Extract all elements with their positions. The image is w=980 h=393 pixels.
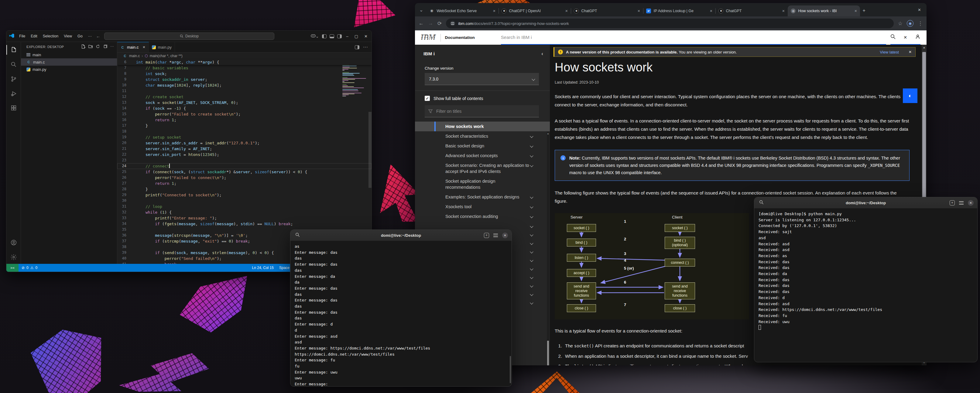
editor-scrollbar[interactable] xyxy=(369,112,372,188)
close-tab-icon[interactable]: ✕ xyxy=(493,9,495,13)
profile-avatar[interactable]: ◉ xyxy=(907,20,913,27)
close-icon[interactable]: ✕ xyxy=(502,233,508,238)
settings-gear-icon[interactable] xyxy=(6,251,21,264)
toc-filter-input[interactable]: Filter on titles xyxy=(425,105,539,117)
extensions-icon[interactable] xyxy=(6,102,21,115)
browser-close-button[interactable]: ✕ xyxy=(918,8,921,12)
menu-item-[interactable]: ··· xyxy=(86,33,94,39)
code-line[interactable]: 33 printf("Enter message: "); xyxy=(117,215,372,221)
search-icon[interactable] xyxy=(890,34,896,40)
remote-indicator[interactable]: >< xyxy=(6,264,19,272)
banner-close-icon[interactable]: ✕ xyxy=(908,50,912,54)
more-actions-icon[interactable]: ··· xyxy=(110,45,114,49)
ibm-logo[interactable]: IBM xyxy=(420,33,436,42)
code-line[interactable]: 32 while (1) { xyxy=(117,209,372,215)
site-settings-icon[interactable] xyxy=(450,21,455,26)
back-arrow-icon[interactable]: ← xyxy=(96,34,100,38)
toc-item[interactable]: Advanced socket concepts xyxy=(415,151,550,160)
toggle-sidebar-icon[interactable] xyxy=(322,34,326,38)
code-line[interactable]: 30 xyxy=(117,198,372,204)
editor-tab-main.c[interactable]: Cmain.c✕ xyxy=(117,42,149,52)
new-tab-button[interactable]: + xyxy=(862,8,865,13)
vscode-command-search[interactable]: Desktop xyxy=(104,32,274,40)
new-tab-icon[interactable]: + xyxy=(484,233,489,238)
close-tab-icon[interactable]: ✕ xyxy=(637,9,640,13)
toc-item[interactable]: Basic socket design xyxy=(415,141,550,151)
terminal-server-window[interactable]: domi@live:~/Desktop + ✕ [domi@live Deskt… xyxy=(754,197,978,362)
editor-tab-main.py[interactable]: main.py xyxy=(149,42,175,52)
back-icon[interactable]: ← xyxy=(418,20,424,26)
code-line[interactable]: 10 char message[1024], reply[1024]; xyxy=(117,82,372,88)
close-tab-icon[interactable]: ✕ xyxy=(710,9,713,13)
ibm-search-input[interactable]: Search in IBM i xyxy=(501,30,886,45)
search-icon[interactable] xyxy=(6,58,21,71)
code-line[interactable]: 16 return 1; xyxy=(117,117,372,123)
menu-item-edit[interactable]: Edit xyxy=(28,33,40,39)
code-line[interactable]: 29 printf("Connected to socket\n"); xyxy=(117,192,372,198)
code-line[interactable]: 26 perror("Failed to connect\n"); xyxy=(117,175,372,181)
toc-toggle[interactable]: ✓ Show full table of contents xyxy=(415,91,550,105)
scroll-up-icon[interactable]: ▲ xyxy=(922,46,926,49)
run-debug-icon[interactable] xyxy=(6,87,21,100)
masthead-documentation[interactable]: Documentation xyxy=(445,35,475,40)
profile-icon[interactable] xyxy=(915,34,920,41)
checkbox-checked-icon[interactable]: ✓ xyxy=(425,96,430,101)
file-item-main.c[interactable]: Cmain.c xyxy=(21,58,117,66)
problems-status[interactable]: ⊘0 ⚠0 xyxy=(22,266,37,270)
code-line[interactable]: 15 perror("Failed to create socket\n"); xyxy=(117,111,372,117)
indentation-status[interactable]: Space xyxy=(279,266,290,270)
code-line[interactable]: 7 // basic variables xyxy=(117,65,372,71)
toc-item[interactable]: Socket connection auditing xyxy=(415,212,550,221)
breadcrumb[interactable]: C main.c› ⬡main(char *, char **) xyxy=(117,53,372,59)
source-control-icon[interactable] xyxy=(6,72,21,86)
menu-item-file[interactable]: File xyxy=(17,33,28,39)
terminal-output[interactable]: asEnter message: dasdasEnter message: da… xyxy=(290,241,512,387)
close-tab-icon[interactable]: ✕ xyxy=(782,9,785,13)
toggle-secondary-sidebar-icon[interactable] xyxy=(337,34,342,38)
code-line[interactable]: 21 server.sin_family = AF_INET; xyxy=(117,146,372,152)
code-line[interactable]: 8 int sock; xyxy=(117,71,372,77)
code-line[interactable]: 17 } xyxy=(117,123,372,129)
terminal-scrollbar[interactable] xyxy=(510,356,511,383)
browser-tab[interactable]: ✳WebSocket Echo Serve✕ xyxy=(426,5,498,16)
toc-item[interactable]: How sockets work xyxy=(415,121,550,131)
account-icon[interactable] xyxy=(6,236,21,249)
code-line[interactable]: 22 server.sin_port = htons(12345); xyxy=(117,152,372,157)
toc-item[interactable]: Socket scenario: Creating an application… xyxy=(415,160,550,176)
url-bar[interactable]: ibm.com/docs/en/i/7.3.0?topic=programmin… xyxy=(446,19,894,28)
file-item-main.py[interactable]: main.py xyxy=(21,66,117,73)
close-tab-icon[interactable]: ✕ xyxy=(854,9,857,13)
menu-item-selection[interactable]: Selection xyxy=(40,33,61,39)
minimap[interactable] xyxy=(342,59,367,97)
copilot-icon[interactable]: ⌄ xyxy=(311,34,319,38)
close-icon[interactable]: ✕ xyxy=(968,200,974,206)
collapse-folders-icon[interactable] xyxy=(103,45,107,49)
code-line[interactable]: 9 struct sockaddr_in server; xyxy=(117,77,372,82)
maximize-button[interactable]: ▢ xyxy=(353,34,360,38)
code-line[interactable]: 13 sock = socket(AF_INET, SOCK_STREAM, 0… xyxy=(117,100,372,105)
sidebar-scrollbar[interactable]: ▲ xyxy=(547,132,549,365)
browser-tab[interactable]: ◍How sockets work - IBI✕ xyxy=(788,5,860,16)
cursor-position[interactable]: Ln 24, Col 15 xyxy=(252,266,274,270)
code-line[interactable]: 12 // create socket xyxy=(117,94,372,100)
tab-search-icon[interactable]: ⌄ xyxy=(419,7,423,13)
menu-icon[interactable] xyxy=(493,234,498,237)
browser-tab[interactable]: ❋ChatGPT✕ xyxy=(571,5,643,16)
code-line[interactable]: 25 if (connect(sock, (struct sockaddr*) … xyxy=(117,169,372,175)
sticky-scroll-line[interactable]: 6 int main(char *argc, char **argv) { xyxy=(117,59,372,65)
code-line[interactable]: 24 // connect xyxy=(117,163,372,169)
version-dropdown[interactable]: 7.3.0 xyxy=(425,73,539,85)
explorer-icon[interactable] xyxy=(6,43,21,56)
code-line[interactable]: 14 if (sock == -1) { xyxy=(117,105,372,111)
code-line[interactable]: 27 return 1; xyxy=(117,181,372,186)
collapse-sidebar-icon[interactable]: ‹ xyxy=(541,51,543,57)
bookmark-star-icon[interactable]: ☆ xyxy=(898,20,902,27)
browser-menu-icon[interactable]: ⋮ xyxy=(918,20,923,27)
toc-item[interactable]: Xsockets tool xyxy=(415,202,550,212)
code-line[interactable]: 34 if (fgets(message, sizeof(message), s… xyxy=(117,221,372,227)
code-line[interactable]: 20 server.sin_addr.s_addr = inet_addr("1… xyxy=(117,140,372,146)
code-line[interactable]: 6 int main(char *argc, char **argv) { xyxy=(117,59,372,65)
menu-icon[interactable] xyxy=(959,201,964,204)
minimize-button[interactable]: – xyxy=(345,34,350,38)
menu-item-view[interactable]: View xyxy=(61,33,75,39)
